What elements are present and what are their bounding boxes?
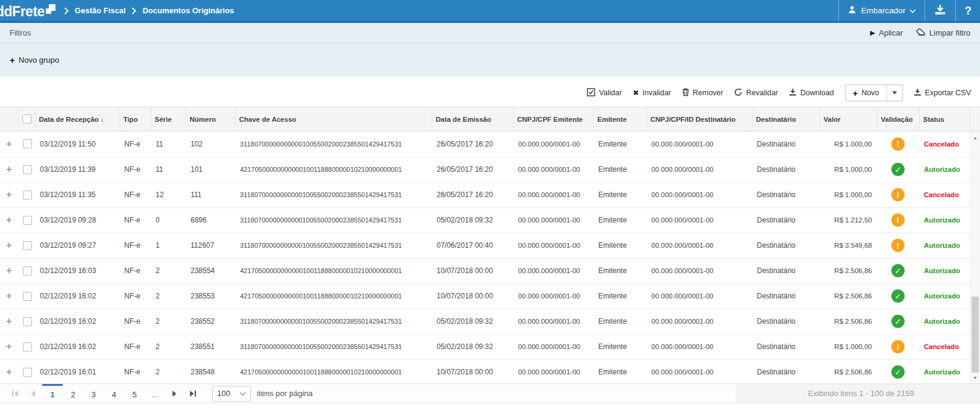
recepcao-cell: 02/12/2019 16:02 <box>35 334 119 359</box>
validacao-cell: ✓ <box>877 359 919 383</box>
breadcrumb-item-documentos-originarios[interactable]: Documentos Originários <box>142 6 234 15</box>
emissao-cell: 05/02/2018 09:32 <box>432 207 513 233</box>
new-group-button[interactable]: + Novo grupo <box>10 55 59 65</box>
apply-filter-button[interactable]: ▶ Aplicar <box>870 28 903 37</box>
export-csv-button[interactable]: Exportar CSV <box>914 88 971 98</box>
page-button-1[interactable]: 1 <box>42 384 63 403</box>
chave-cell: 3118070000000000010055002000238550142941… <box>235 309 432 334</box>
scroll-up-icon[interactable]: ▲ <box>970 133 980 142</box>
expand-row-icon[interactable]: + <box>6 367 11 377</box>
vertical-scrollbar[interactable]: ▲ ▼ <box>970 131 980 383</box>
table-row[interactable]: +02/12/2019 16:02NF-e2238552311807000000… <box>0 309 970 334</box>
row-checkbox[interactable] <box>23 266 32 276</box>
expand-row-icon[interactable]: + <box>6 139 11 149</box>
last-page-button[interactable] <box>183 384 201 403</box>
row-checkbox[interactable] <box>23 292 32 301</box>
column-header-serie[interactable]: Série <box>151 107 186 131</box>
help-button[interactable]: ? <box>955 0 980 21</box>
expand-row-icon[interactable]: + <box>6 215 11 225</box>
row-checkbox[interactable] <box>23 317 32 326</box>
numero-cell: 102 <box>186 131 235 157</box>
row-checkbox[interactable] <box>23 139 32 148</box>
new-button[interactable]: + Novo <box>846 85 887 101</box>
column-header-valor[interactable]: Valor <box>820 107 877 131</box>
validate-button[interactable]: Validar <box>587 88 622 98</box>
row-checkbox[interactable] <box>23 241 32 250</box>
topbar-download-button[interactable] <box>925 0 955 21</box>
page-ellipsis-button[interactable]: ... <box>145 384 165 403</box>
download-icon <box>789 88 797 98</box>
page-size-select[interactable]: 100 <box>212 386 251 402</box>
table-row[interactable]: +03/12/2019 11:50NF-e1110231180700000000… <box>0 131 970 157</box>
scrollbar-thumb[interactable] <box>972 297 979 373</box>
expand-row-icon[interactable]: + <box>6 164 11 174</box>
row-checkbox[interactable] <box>23 191 32 200</box>
table-row[interactable]: +02/12/2019 16:02NF-e2238551311807000000… <box>0 334 970 359</box>
column-header-status[interactable]: Status <box>919 107 970 131</box>
new-dropdown-arrow[interactable] <box>887 85 902 101</box>
table-row[interactable]: +03/12/2019 09:28NF-e0689631180700000000… <box>0 207 970 233</box>
table-row[interactable]: +02/12/2019 16:02NF-e2238553421705000000… <box>0 283 970 309</box>
column-header-chave[interactable]: Chave de Acesso <box>235 107 432 131</box>
expand-row-icon[interactable]: + <box>6 240 11 250</box>
page-button-3[interactable]: 3 <box>83 384 104 403</box>
table-row[interactable]: +03/12/2019 09:27NF-e1112607311807000000… <box>0 233 970 258</box>
app-logo[interactable]: ddFrete <box>0 2 55 19</box>
first-page-button[interactable] <box>6 384 24 403</box>
breadcrumb: Gestão Fiscal Documentos Originários <box>64 6 234 15</box>
expand-cell: + <box>0 309 18 334</box>
clear-filter-button[interactable]: Limpar filtro <box>916 28 970 37</box>
prev-page-button[interactable] <box>24 384 42 403</box>
revalidate-button[interactable]: Revalidar <box>734 88 778 98</box>
validation-ok-icon: ✓ <box>891 365 905 379</box>
expand-row-icon[interactable]: + <box>6 291 11 301</box>
cnpj_emitente-cell: 00.000.000/0001-00 <box>513 334 593 359</box>
select-all-checkbox[interactable] <box>22 115 31 124</box>
column-header-destinatario[interactable]: Destinatário <box>752 107 820 131</box>
row-checkbox[interactable] <box>23 368 32 377</box>
page-button-5[interactable]: 5 <box>124 384 145 403</box>
serie-cell: 11 <box>151 157 186 182</box>
download-button[interactable]: Download <box>789 88 834 98</box>
page-button-2[interactable]: 2 <box>63 384 83 403</box>
page-button-4[interactable]: 4 <box>104 384 124 403</box>
breadcrumb-item-gestao-fiscal[interactable]: Gestão Fiscal <box>75 6 126 15</box>
numero-cell: 111 <box>186 182 235 207</box>
column-header-tipo[interactable]: Tipo <box>119 107 151 131</box>
column-header-cnpj_destinatario[interactable]: CNPJ/CPF/ID Destinatário <box>646 107 752 131</box>
column-header-numero[interactable]: Número <box>186 107 235 131</box>
expand-cell: + <box>0 207 18 233</box>
numero-cell: 112607 <box>186 233 235 258</box>
remove-button[interactable]: Remover <box>682 88 724 98</box>
scroll-down-icon[interactable]: ▼ <box>970 373 980 382</box>
column-header-check[interactable] <box>18 107 35 131</box>
expand-row-icon[interactable]: + <box>6 341 11 351</box>
table-row[interactable]: +02/12/2019 16:03NF-e2238554421705000000… <box>0 258 970 283</box>
column-header-emitente[interactable]: Emitente <box>593 107 646 131</box>
column-header-emissao[interactable]: Data de Emissão <box>432 107 513 131</box>
invalidate-button[interactable]: ✖ Invalidar <box>633 89 671 97</box>
table-row[interactable]: +02/12/2019 16:01NF-e2238548421705000000… <box>0 359 970 383</box>
expand-row-icon[interactable]: + <box>6 265 11 276</box>
expand-row-icon[interactable]: + <box>6 189 11 200</box>
table-row[interactable]: +03/12/2019 11:39NF-e1110142170500000000… <box>0 157 970 182</box>
column-header-recepcao[interactable]: Data de Recepção ↓ <box>35 107 119 131</box>
validacao-cell: ! <box>877 233 919 258</box>
column-header-cnpj_emitente[interactable]: CNPJ/CPF Emitente <box>513 107 593 131</box>
emissao-cell: 05/02/2018 09:32 <box>432 309 513 334</box>
expand-row-icon[interactable]: + <box>6 316 11 326</box>
next-page-button[interactable] <box>165 384 183 403</box>
numero-cell: 238554 <box>186 258 235 283</box>
row-checkbox[interactable] <box>23 216 32 225</box>
user-menu-button[interactable]: Embarcador <box>838 0 925 21</box>
chave-cell: 4217050000000000010011888000001021000000… <box>235 258 432 283</box>
validation-ok-icon: ✓ <box>891 163 905 176</box>
recepcao-cell: 02/12/2019 16:01 <box>35 359 119 383</box>
emitente-cell: Emitente <box>593 359 646 383</box>
expand-cell: + <box>0 131 18 157</box>
emissao-cell: 10/07/2018 00:00 <box>432 258 513 283</box>
column-header-validacao[interactable]: Validação <box>877 107 919 131</box>
row-checkbox[interactable] <box>23 342 32 351</box>
table-row[interactable]: +03/12/2019 11:35NF-e1211131180700000000… <box>0 182 970 207</box>
row-checkbox[interactable] <box>23 165 32 174</box>
